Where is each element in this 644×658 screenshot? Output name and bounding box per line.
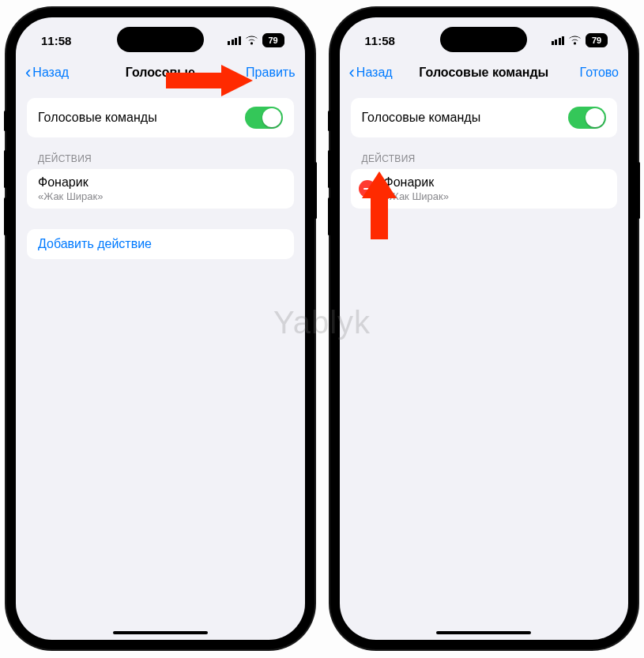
nav-title: Голосовые команды [419,66,548,80]
screen-right: 11:58 79 ‹ Назад Голосовые команды Готов… [340,17,629,640]
toggle-knob [586,108,604,127]
content-area: Голосовые команды ДЕЙСТВИЯ Фонарик «Жак … [16,88,305,259]
chevron-left-icon: ‹ [25,64,31,81]
add-action-button[interactable]: Добавить действие [27,229,294,259]
wifi-icon [568,34,582,47]
voice-commands-toggle[interactable] [568,107,606,129]
battery-icon: 79 [262,33,284,47]
action-item[interactable]: Фонарик «Жак Ширак» [27,169,294,209]
actions-section-header: ДЕЙСТВИЯ [351,137,618,169]
back-button[interactable]: ‹ Назад [349,64,393,81]
minus-icon [363,188,371,190]
status-time: 11:58 [41,34,71,47]
status-time: 11:58 [365,34,395,47]
power-button[interactable] [314,162,317,219]
mute-switch[interactable] [4,111,6,131]
nav-title: Голосовые [126,66,195,80]
content-area: Голосовые команды ДЕЙСТВИЯ Фонарик «Жак … [340,88,629,209]
action-item-editing[interactable]: Фонарик «Жак Ширак» [351,169,618,209]
toggle-label: Голосовые команды [362,111,481,125]
cellular-icon [552,36,565,45]
phone-left: 11:58 79 ‹ Назад Голосовые Править Голос… [6,8,314,649]
edit-button[interactable]: Править [246,66,295,80]
action-title: Фонарик [38,175,103,190]
toggle-knob [262,108,281,127]
back-button[interactable]: ‹ Назад [25,64,69,81]
action-title: Фонарик [384,175,449,190]
delete-action-button[interactable] [359,180,376,197]
voice-commands-toggle-cell[interactable]: Голосовые команды [351,98,618,137]
voice-commands-toggle[interactable] [245,107,283,129]
volume-up-button[interactable] [4,150,6,188]
voice-commands-toggle-cell[interactable]: Голосовые команды [27,98,294,137]
chevron-left-icon: ‹ [349,64,355,81]
status-right: 79 [228,33,284,47]
cellular-icon [228,36,241,45]
toggle-label: Голосовые команды [38,111,157,125]
screen-left: 11:58 79 ‹ Назад Голосовые Править Голос… [16,17,305,640]
mute-switch[interactable] [328,111,330,131]
back-label: Назад [32,66,69,80]
nav-bar: ‹ Назад Голосовые команды Готово [340,57,629,88]
action-phrase: «Жак Ширак» [384,190,449,202]
done-button[interactable]: Готово [580,66,619,80]
volume-up-button[interactable] [328,150,330,188]
volume-down-button[interactable] [328,197,330,235]
battery-icon: 79 [586,33,608,47]
nav-bar: ‹ Назад Голосовые Править [16,57,305,88]
action-phrase: «Жак Ширак» [38,190,103,202]
actions-section-header: ДЕЙСТВИЯ [27,137,294,169]
volume-down-button[interactable] [4,197,6,235]
status-right: 79 [552,33,608,47]
power-button[interactable] [638,162,640,219]
phone-right: 11:58 79 ‹ Назад Голосовые команды Готов… [330,8,638,649]
dynamic-island [440,27,527,52]
dynamic-island [117,27,204,52]
home-indicator[interactable] [113,631,208,634]
add-action-label: Добавить действие [38,237,152,251]
back-label: Назад [356,66,393,80]
wifi-icon [245,34,258,47]
home-indicator[interactable] [436,631,531,634]
